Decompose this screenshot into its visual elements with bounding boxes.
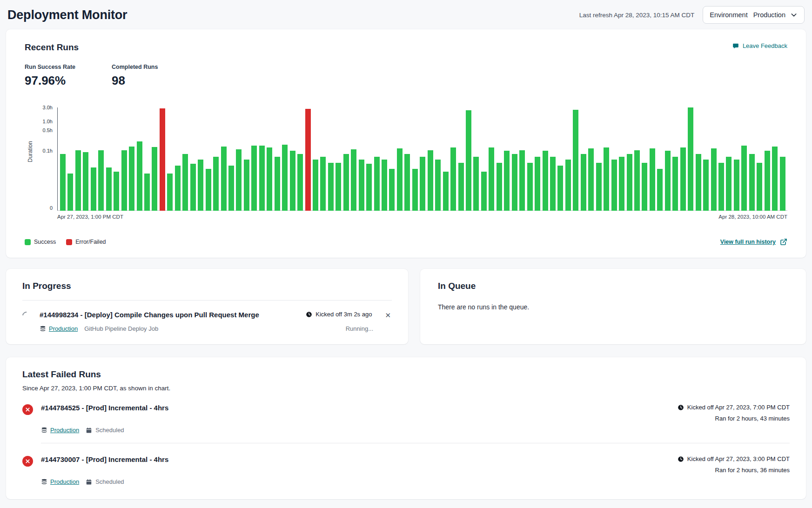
success-run-bar[interactable]	[175, 166, 181, 211]
success-run-bar[interactable]	[718, 163, 724, 211]
success-run-bar[interactable]	[75, 150, 81, 211]
success-run-bar[interactable]	[450, 147, 456, 211]
success-run-bar[interactable]	[412, 169, 418, 211]
success-run-bar[interactable]	[680, 147, 686, 211]
success-run-bar[interactable]	[481, 172, 487, 211]
success-run-bar[interactable]	[565, 160, 571, 211]
success-run-bar[interactable]	[543, 151, 548, 211]
success-run-bar[interactable]	[519, 150, 525, 211]
failed-run-bar[interactable]	[160, 108, 165, 211]
success-run-bar[interactable]	[604, 147, 609, 211]
success-run-bar[interactable]	[688, 107, 693, 211]
success-run-bar[interactable]	[397, 148, 403, 211]
success-run-bar[interactable]	[213, 157, 219, 211]
success-run-bar[interactable]	[182, 154, 188, 211]
success-run-bar[interactable]	[251, 146, 257, 211]
success-run-bar[interactable]	[282, 145, 288, 211]
success-run-bar[interactable]	[749, 154, 755, 211]
success-run-bar[interactable]	[404, 154, 410, 211]
success-run-bar[interactable]	[221, 147, 227, 211]
environment-link[interactable]: Production	[41, 478, 79, 485]
success-run-bar[interactable]	[757, 163, 762, 211]
environment-dropdown[interactable]: Environment Production	[703, 6, 805, 24]
success-run-bar[interactable]	[313, 160, 318, 211]
success-run-bar[interactable]	[137, 141, 142, 211]
view-run-history-link[interactable]: View full run history	[720, 238, 787, 246]
success-run-bar[interactable]	[198, 160, 203, 211]
success-run-bar[interactable]	[650, 148, 655, 211]
success-run-bar[interactable]	[129, 147, 134, 211]
success-run-bar[interactable]	[657, 169, 663, 211]
success-run-bar[interactable]	[366, 164, 372, 211]
failed-run-bar[interactable]	[305, 109, 311, 211]
success-run-bar[interactable]	[550, 157, 556, 211]
success-run-bar[interactable]	[642, 163, 647, 211]
success-run-bar[interactable]	[206, 169, 211, 211]
success-run-bar[interactable]	[359, 160, 364, 211]
success-run-bar[interactable]	[627, 154, 632, 211]
success-run-bar[interactable]	[91, 167, 96, 211]
success-run-bar[interactable]	[473, 157, 479, 211]
success-run-bar[interactable]	[67, 174, 73, 211]
success-run-bar[interactable]	[297, 154, 303, 211]
success-run-bar[interactable]	[443, 172, 449, 211]
success-run-bar[interactable]	[267, 147, 272, 211]
success-run-bar[interactable]	[466, 110, 471, 211]
success-run-bar[interactable]	[320, 157, 326, 211]
success-run-bar[interactable]	[351, 149, 356, 211]
success-run-bar[interactable]	[98, 150, 104, 211]
leave-feedback-link[interactable]: Leave Feedback	[732, 42, 787, 49]
success-run-bar[interactable]	[144, 174, 150, 211]
success-run-bar[interactable]	[389, 169, 395, 211]
success-run-bar[interactable]	[167, 174, 173, 211]
success-run-bar[interactable]	[588, 148, 594, 211]
success-run-bar[interactable]	[504, 151, 510, 211]
success-run-bar[interactable]	[619, 157, 624, 211]
success-run-bar[interactable]	[336, 163, 341, 211]
success-run-bar[interactable]	[703, 160, 709, 211]
success-run-bar[interactable]	[458, 163, 464, 211]
success-run-bar[interactable]	[581, 154, 586, 211]
success-run-bar[interactable]	[535, 157, 540, 211]
success-run-bar[interactable]	[573, 110, 578, 211]
success-run-bar[interactable]	[190, 164, 196, 211]
success-run-bar[interactable]	[711, 148, 717, 211]
success-run-bar[interactable]	[121, 150, 127, 211]
success-run-bar[interactable]	[106, 167, 112, 211]
environment-link[interactable]: Production	[40, 325, 78, 332]
success-run-bar[interactable]	[527, 163, 533, 211]
success-run-bar[interactable]	[634, 150, 640, 211]
success-run-bar[interactable]	[497, 163, 502, 211]
success-run-bar[interactable]	[275, 157, 280, 211]
success-run-bar[interactable]	[772, 147, 778, 211]
success-run-bar[interactable]	[236, 149, 242, 211]
success-run-bar[interactable]	[428, 150, 433, 211]
success-run-bar[interactable]	[374, 157, 380, 211]
success-run-bar[interactable]	[83, 152, 88, 211]
success-run-bar[interactable]	[228, 166, 234, 211]
success-run-bar[interactable]	[734, 160, 739, 211]
environment-link[interactable]: Production	[41, 427, 79, 434]
success-run-bar[interactable]	[726, 157, 731, 211]
success-run-bar[interactable]	[696, 154, 701, 211]
success-run-bar[interactable]	[512, 154, 517, 211]
success-run-bar[interactable]	[611, 160, 617, 211]
success-run-bar[interactable]	[489, 147, 494, 211]
success-run-bar[interactable]	[382, 160, 387, 211]
success-run-bar[interactable]	[244, 160, 249, 211]
success-run-bar[interactable]	[665, 151, 671, 211]
success-run-bar[interactable]	[741, 146, 747, 211]
success-run-bar[interactable]	[780, 157, 785, 211]
success-run-bar[interactable]	[435, 160, 441, 211]
success-run-bar[interactable]	[343, 154, 349, 211]
success-run-bar[interactable]	[420, 157, 425, 211]
success-run-bar[interactable]	[557, 166, 563, 211]
success-run-bar[interactable]	[259, 146, 265, 211]
success-run-bar[interactable]	[152, 147, 157, 211]
success-run-bar[interactable]	[596, 163, 602, 211]
success-run-bar[interactable]	[672, 157, 678, 211]
success-run-bar[interactable]	[290, 151, 295, 211]
success-run-bar[interactable]	[328, 163, 334, 211]
close-icon[interactable]: ✕	[384, 311, 392, 320]
success-run-bar[interactable]	[765, 151, 770, 211]
